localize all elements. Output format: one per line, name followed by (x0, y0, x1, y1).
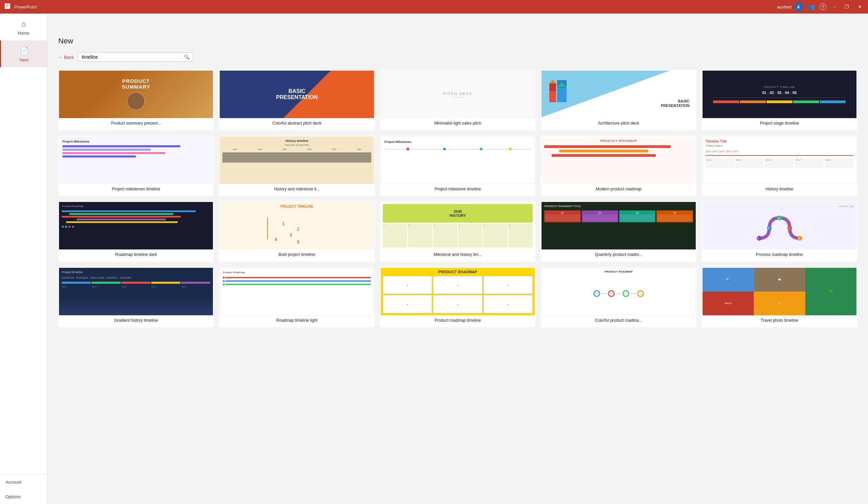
template-card-minimalist-pitch[interactable]: PITCH DECK Minimalist light sales pitch (380, 70, 535, 130)
template-name-colorful-prod: Colorful product roadma... (541, 315, 695, 327)
search-bar: ← Back 🔍 (58, 52, 857, 62)
search-input[interactable] (82, 54, 184, 60)
template-name-history-tl: History timeline (703, 184, 857, 195)
template-card-colorful-pitch[interactable]: BASICPRESENTATION Colorful abstract pitc… (219, 70, 374, 130)
minimize-button[interactable]: − (831, 3, 838, 10)
template-card-roadmap-dark[interactable]: Product Roadmap (58, 201, 214, 262)
options-label: Options (6, 494, 21, 499)
template-card-history-milestone[interactable]: History timeline THIS DAY IN HISTORY 182… (219, 136, 374, 196)
template-card-prod-roadmap[interactable]: PRODUCT ROADMAP ● ● ● ● ● ● Product road… (380, 267, 535, 327)
template-name-gradient-hist: Gradient history timeline (59, 315, 213, 327)
sidebar-item-new[interactable]: 📄 New (0, 40, 47, 67)
home-icon: ⌂ (21, 20, 26, 29)
search-icon[interactable]: 🔍 (184, 54, 189, 60)
template-name-modern-product: Modern product roadmap (541, 184, 695, 195)
template-name-roadmap-light: Roadmap timeline light (220, 315, 374, 327)
template-card-project-stage[interactable]: PROJECT TIMELINE 01 | 02 | 03 | 04 | 05 (702, 70, 857, 130)
template-card-product-summary[interactable]: PRODUCTSUMMARY Product summary present..… (58, 70, 214, 130)
app-name: PowerPoint (14, 4, 773, 10)
account-label: Account (6, 480, 21, 485)
template-name-arch-pitch: Architecture pitch deck (541, 118, 695, 130)
avatar[interactable]: A (794, 2, 803, 11)
people-icon[interactable]: 👥 (808, 4, 815, 10)
back-label: Back (64, 55, 74, 60)
template-card-arch-pitch[interactable]: BASICPRESENTATION (541, 70, 696, 130)
template-grid: PRODUCTSUMMARY Product summary present..… (58, 70, 857, 327)
back-arrow-icon: ← (58, 55, 63, 60)
svg-text:1: 1 (757, 237, 759, 240)
back-button[interactable]: ← Back (58, 55, 74, 60)
template-card-bold-proj[interactable]: PROJECT TIMELINE 1 2 3 4 5 Bold project … (219, 201, 374, 262)
template-name-roadmap-dark: Roadmap timeline dark (59, 250, 213, 261)
template-name-project-stage: Project stage timeline (703, 118, 857, 130)
template-name-minimalist-pitch: Minimalist light sales pitch (381, 118, 535, 130)
svg-text:🅿: 🅿 (5, 3, 10, 9)
sidebar-item-account[interactable]: Account (0, 475, 47, 490)
help-icon[interactable]: ? (819, 3, 826, 10)
svg-text:3: 3 (778, 217, 779, 219)
template-card-colorful-prod[interactable]: PRODUCT ROADMAP Q1 Q2 Q3 (541, 267, 696, 327)
svg-text:2: 2 (768, 227, 769, 230)
close-button[interactable]: ✕ (856, 3, 864, 10)
template-card-proj-milestones[interactable]: Project Milestones Project milestones ti… (58, 136, 214, 196)
template-name-history-milestone: History and milestone ti... (220, 184, 374, 195)
template-name-bold-proj: Bold project timeline (220, 250, 374, 261)
sidebar: ⌂ Home 📄 New Account Options (0, 13, 48, 504)
template-card-quarterly[interactable]: PRODUCT ROADMAP TITLE Q1 Q2 Q3 (541, 201, 696, 262)
main-content: New ← Back 🔍 PRODUCTSUMMARY (48, 27, 868, 504)
template-name-process-roadmap: Process roadmap timeline (703, 250, 857, 261)
template-card-gradient-hist[interactable]: Project timeline INITIATIONPLANNINGEXECU… (58, 267, 214, 327)
sidebar-label-new: New (20, 57, 29, 62)
template-card-history-tl[interactable]: Timeline Title Timeline Tagline 20YY 20Y… (702, 136, 857, 196)
new-icon: 📄 (20, 47, 29, 55)
svg-rect-5 (557, 87, 567, 102)
template-name-quarterly: Quarterly product roadm... (541, 250, 695, 261)
template-name-proj-milestones: Project milestones timeline (59, 184, 213, 195)
sidebar-bottom: Account Options (0, 474, 47, 504)
template-card-proj-milestone2[interactable]: Project Milestones Project milestone tim… (380, 136, 535, 196)
user-name: ausbert (777, 4, 792, 10)
restore-button[interactable]: ❐ (843, 3, 851, 10)
sidebar-item-options[interactable]: Options (0, 490, 47, 504)
titlebar: 🅿 PowerPoint ausbert A 👥 ? − ❐ ✕ (0, 0, 868, 13)
template-name-milestone-hist: Milestone and history tim... (381, 250, 535, 261)
svg-text:4: 4 (788, 227, 790, 230)
template-name-travel-photo: Travel photo timeline (703, 315, 857, 327)
template-name-proj-milestone2: Project milestone timeline (381, 184, 535, 195)
template-card-roadmap-light[interactable]: Product Roadmap (219, 267, 374, 327)
search-input-wrap: 🔍 (78, 52, 193, 62)
sidebar-item-home[interactable]: ⌂ Home (0, 13, 47, 40)
template-name-prod-roadmap: Product roadmap timeline (381, 315, 535, 327)
template-name-product-summary: Product summary present... (59, 118, 213, 130)
template-card-modern-product[interactable]: PRODUCT ROADMAP Modern product roadmap (541, 136, 696, 196)
svg-text:5: 5 (798, 237, 800, 240)
page-title: New (58, 37, 857, 46)
user-info[interactable]: ausbert A (777, 2, 803, 11)
svg-rect-2 (549, 90, 556, 102)
sidebar-label-home: Home (18, 31, 30, 36)
template-card-process-roadmap[interactable]: How To Use 1 2 (702, 201, 857, 262)
svg-marker-4 (549, 79, 556, 83)
template-card-travel-photo[interactable]: 🌊 🏔 🌿 WILD ☀ Travel photo timeline (702, 267, 857, 327)
svg-rect-3 (549, 83, 556, 91)
app-logo: 🅿 (4, 3, 11, 11)
template-name-colorful-pitch: Colorful abstract pitch deck (220, 118, 374, 130)
titlebar-controls: ausbert A 👥 ? − ❐ ✕ (777, 2, 864, 11)
template-card-milestone-hist[interactable]: OURHISTORY 1 2 3 4 5 6 Milestone and his… (380, 201, 535, 262)
